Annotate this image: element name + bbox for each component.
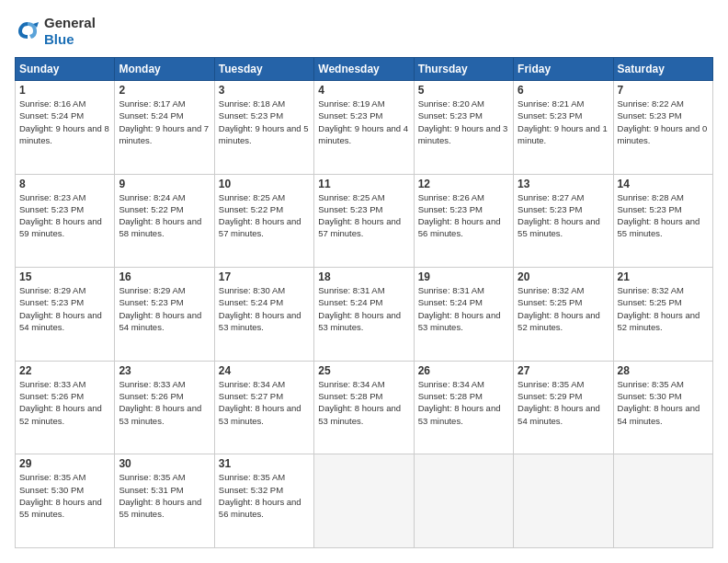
col-header-tuesday: Tuesday (214, 58, 313, 81)
day-info: Sunrise: 8:35 AMSunset: 5:31 PMDaylight:… (119, 471, 210, 520)
day-cell-2: 2 Sunrise: 8:17 AMSunset: 5:24 PMDayligh… (115, 81, 214, 175)
day-cell-4: 4 Sunrise: 8:19 AMSunset: 5:23 PMDayligh… (314, 81, 414, 175)
day-cell-5: 5 Sunrise: 8:20 AMSunset: 5:23 PMDayligh… (414, 81, 513, 175)
day-info: Sunrise: 8:33 AMSunset: 5:26 PMDaylight:… (19, 378, 110, 427)
day-cell-3: 3 Sunrise: 8:18 AMSunset: 5:23 PMDayligh… (214, 81, 313, 175)
day-number: 30 (119, 457, 210, 470)
logo-text: General Blue (44, 15, 96, 48)
day-cell-30: 30 Sunrise: 8:35 AMSunset: 5:31 PMDaylig… (115, 454, 214, 548)
day-info: Sunrise: 8:29 AMSunset: 5:23 PMDaylight:… (119, 284, 210, 333)
day-cell-20: 20 Sunrise: 8:32 AMSunset: 5:25 PMDaylig… (514, 268, 613, 362)
day-cell-16: 16 Sunrise: 8:29 AMSunset: 5:23 PMDaylig… (115, 268, 214, 362)
day-number: 18 (318, 270, 409, 283)
header: General Blue (15, 15, 713, 48)
week-row-2: 8 Sunrise: 8:23 AMSunset: 5:23 PMDayligh… (16, 174, 713, 268)
day-cell-22: 22 Sunrise: 8:33 AMSunset: 5:26 PMDaylig… (16, 361, 115, 454)
day-number: 23 (119, 364, 210, 377)
day-number: 25 (318, 364, 409, 377)
day-cell-1: 1 Sunrise: 8:16 AMSunset: 5:24 PMDayligh… (16, 81, 115, 175)
day-info: Sunrise: 8:17 AMSunset: 5:24 PMDaylight:… (119, 98, 210, 146)
day-number: 22 (19, 364, 110, 377)
day-number: 3 (219, 84, 310, 97)
day-number: 1 (19, 84, 110, 97)
day-cell-27: 27 Sunrise: 8:35 AMSunset: 5:29 PMDaylig… (514, 361, 613, 454)
day-cell-21: 21 Sunrise: 8:32 AMSunset: 5:25 PMDaylig… (613, 268, 712, 362)
day-info: Sunrise: 8:24 AMSunset: 5:22 PMDaylight:… (119, 191, 210, 240)
day-number: 12 (418, 178, 509, 190)
day-info: Sunrise: 8:20 AMSunset: 5:23 PMDaylight:… (418, 98, 509, 146)
col-header-friday: Friday (514, 58, 613, 81)
page: General Blue SundayMondayTuesdayWednesda… (0, 0, 728, 563)
day-info: Sunrise: 8:16 AMSunset: 5:24 PMDaylight:… (19, 98, 110, 146)
day-info: Sunrise: 8:29 AMSunset: 5:23 PMDaylight:… (19, 284, 110, 333)
day-number: 14 (618, 178, 709, 190)
day-number: 9 (119, 178, 210, 190)
day-cell-25: 25 Sunrise: 8:34 AMSunset: 5:28 PMDaylig… (314, 361, 414, 454)
day-info: Sunrise: 8:34 AMSunset: 5:28 PMDaylight:… (318, 378, 409, 427)
col-header-wednesday: Wednesday (314, 58, 414, 81)
logo: General Blue (15, 15, 96, 48)
day-number: 10 (219, 178, 310, 190)
day-info: Sunrise: 8:35 AMSunset: 5:30 PMDaylight:… (618, 378, 709, 427)
day-info: Sunrise: 8:26 AMSunset: 5:23 PMDaylight:… (418, 191, 509, 240)
col-header-saturday: Saturday (613, 58, 712, 81)
day-cell-23: 23 Sunrise: 8:33 AMSunset: 5:26 PMDaylig… (115, 361, 214, 454)
day-info: Sunrise: 8:32 AMSunset: 5:25 PMDaylight:… (618, 284, 709, 333)
calendar-table: SundayMondayTuesdayWednesdayThursdayFrid… (15, 57, 713, 548)
day-number: 29 (19, 457, 110, 470)
week-row-3: 15 Sunrise: 8:29 AMSunset: 5:23 PMDaylig… (16, 268, 713, 362)
day-info: Sunrise: 8:30 AMSunset: 5:24 PMDaylight:… (219, 284, 310, 333)
day-number: 11 (318, 178, 409, 190)
day-cell-10: 10 Sunrise: 8:25 AMSunset: 5:22 PMDaylig… (214, 174, 313, 268)
day-number: 28 (618, 364, 709, 377)
logo-icon (15, 18, 40, 44)
day-cell-11: 11 Sunrise: 8:25 AMSunset: 5:23 PMDaylig… (314, 174, 414, 268)
day-info: Sunrise: 8:25 AMSunset: 5:22 PMDaylight:… (219, 191, 310, 240)
day-info: Sunrise: 8:34 AMSunset: 5:28 PMDaylight:… (418, 378, 509, 427)
day-number: 8 (19, 178, 110, 190)
col-header-sunday: Sunday (16, 58, 115, 81)
day-info: Sunrise: 8:25 AMSunset: 5:23 PMDaylight:… (318, 191, 409, 240)
day-number: 21 (618, 270, 709, 283)
week-row-5: 29 Sunrise: 8:35 AMSunset: 5:30 PMDaylig… (16, 454, 713, 548)
day-cell-17: 17 Sunrise: 8:30 AMSunset: 5:24 PMDaylig… (214, 268, 313, 362)
day-info: Sunrise: 8:35 AMSunset: 5:29 PMDaylight:… (518, 378, 609, 427)
week-row-4: 22 Sunrise: 8:33 AMSunset: 5:26 PMDaylig… (16, 361, 713, 454)
day-info: Sunrise: 8:22 AMSunset: 5:23 PMDaylight:… (618, 98, 709, 146)
day-number: 24 (219, 364, 310, 377)
day-info: Sunrise: 8:31 AMSunset: 5:24 PMDaylight:… (418, 284, 509, 333)
day-cell-13: 13 Sunrise: 8:27 AMSunset: 5:23 PMDaylig… (514, 174, 613, 268)
empty-cell (613, 454, 712, 548)
day-info: Sunrise: 8:23 AMSunset: 5:23 PMDaylight:… (19, 191, 110, 240)
calendar-header-row: SundayMondayTuesdayWednesdayThursdayFrid… (16, 58, 713, 81)
day-cell-28: 28 Sunrise: 8:35 AMSunset: 5:30 PMDaylig… (613, 361, 712, 454)
day-cell-26: 26 Sunrise: 8:34 AMSunset: 5:28 PMDaylig… (414, 361, 513, 454)
day-info: Sunrise: 8:32 AMSunset: 5:25 PMDaylight:… (518, 284, 609, 333)
day-number: 20 (518, 270, 609, 283)
empty-cell (314, 454, 414, 548)
day-info: Sunrise: 8:35 AMSunset: 5:32 PMDaylight:… (219, 471, 310, 520)
day-number: 19 (418, 270, 509, 283)
day-number: 6 (518, 84, 609, 97)
day-cell-15: 15 Sunrise: 8:29 AMSunset: 5:23 PMDaylig… (16, 268, 115, 362)
day-cell-9: 9 Sunrise: 8:24 AMSunset: 5:22 PMDayligh… (115, 174, 214, 268)
day-cell-12: 12 Sunrise: 8:26 AMSunset: 5:23 PMDaylig… (414, 174, 513, 268)
week-row-1: 1 Sunrise: 8:16 AMSunset: 5:24 PMDayligh… (16, 81, 713, 175)
day-cell-29: 29 Sunrise: 8:35 AMSunset: 5:30 PMDaylig… (16, 454, 115, 548)
day-number: 27 (518, 364, 609, 377)
day-cell-24: 24 Sunrise: 8:34 AMSunset: 5:27 PMDaylig… (214, 361, 313, 454)
day-number: 7 (618, 84, 709, 97)
day-cell-7: 7 Sunrise: 8:22 AMSunset: 5:23 PMDayligh… (613, 81, 712, 175)
day-cell-6: 6 Sunrise: 8:21 AMSunset: 5:23 PMDayligh… (514, 81, 613, 175)
day-cell-31: 31 Sunrise: 8:35 AMSunset: 5:32 PMDaylig… (214, 454, 313, 548)
day-info: Sunrise: 8:18 AMSunset: 5:23 PMDaylight:… (219, 98, 310, 146)
day-number: 2 (119, 84, 210, 97)
empty-cell (414, 454, 513, 548)
day-number: 17 (219, 270, 310, 283)
day-cell-14: 14 Sunrise: 8:28 AMSunset: 5:23 PMDaylig… (613, 174, 712, 268)
day-info: Sunrise: 8:28 AMSunset: 5:23 PMDaylight:… (618, 191, 709, 240)
day-number: 5 (418, 84, 509, 97)
day-info: Sunrise: 8:31 AMSunset: 5:24 PMDaylight:… (318, 284, 409, 333)
day-number: 4 (318, 84, 409, 97)
col-header-thursday: Thursday (414, 58, 513, 81)
